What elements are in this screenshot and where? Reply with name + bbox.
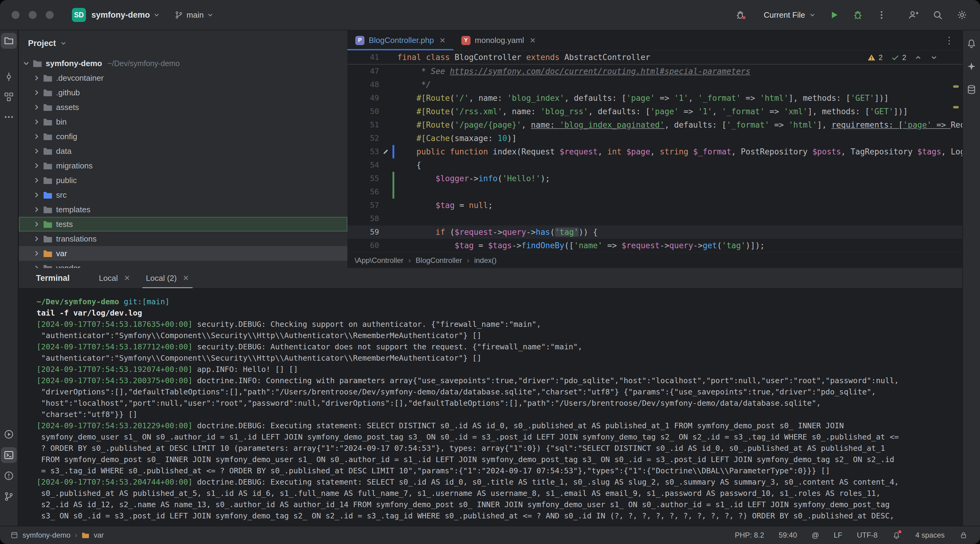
tree-item--github[interactable]: .github bbox=[19, 85, 347, 100]
status-folder[interactable]: var bbox=[94, 531, 103, 539]
tree-item-config[interactable]: config bbox=[19, 129, 347, 144]
code-line-58[interactable]: 58 bbox=[347, 212, 963, 225]
line-number[interactable]: 49 bbox=[347, 91, 379, 105]
close-icon[interactable]: ✕ bbox=[124, 274, 130, 282]
chevron-right-icon[interactable] bbox=[32, 264, 41, 268]
error-stripe-mark[interactable] bbox=[953, 85, 959, 88]
notifications-bell-icon[interactable] bbox=[892, 531, 901, 539]
line-number[interactable]: 51 bbox=[347, 118, 379, 132]
tree-item-assets[interactable]: assets bbox=[19, 100, 347, 114]
warnings-counter[interactable]: 2 bbox=[867, 53, 883, 62]
structure-icon[interactable] bbox=[1, 89, 17, 105]
chevron-down-icon[interactable] bbox=[22, 59, 30, 68]
tree-item-templates[interactable]: templates bbox=[19, 202, 347, 217]
database-icon[interactable] bbox=[964, 82, 979, 97]
debug-icon[interactable] bbox=[852, 9, 864, 21]
chevron-right-icon[interactable] bbox=[32, 162, 41, 170]
tree-item-migrations[interactable]: migrations bbox=[19, 159, 347, 173]
notifications-bell-icon[interactable] bbox=[964, 35, 979, 51]
code-with-me-icon[interactable] bbox=[907, 9, 919, 21]
code-line-59[interactable]: 59 if ($request->query->has('tag')) { bbox=[347, 225, 963, 239]
line-number[interactable]: 47 bbox=[347, 65, 379, 78]
terminal-output[interactable]: ~/Dev/symfony-demo git:[main]tail -f var… bbox=[19, 289, 963, 522]
project-switcher[interactable]: symfony-demo bbox=[86, 10, 160, 20]
project-panel-header[interactable]: Project bbox=[19, 30, 347, 56]
line-number[interactable]: 50 bbox=[347, 105, 379, 118]
run-icon[interactable] bbox=[829, 10, 839, 20]
line-number[interactable]: 53 bbox=[347, 145, 379, 159]
code-line-52[interactable]: 52 #[Cache(smaxage: 10)] bbox=[347, 132, 963, 145]
chevron-right-icon[interactable] bbox=[32, 191, 41, 199]
encoding-widget[interactable]: UTF-8 bbox=[857, 531, 878, 539]
breadcrumb-namespace[interactable]: \App\Controller bbox=[355, 256, 404, 265]
run-tool-icon[interactable] bbox=[1, 427, 17, 442]
tab-blogcontroller-php[interactable]: P BlogController.php ✕ bbox=[347, 30, 453, 50]
gear-icon[interactable] bbox=[956, 9, 968, 21]
code-line-55[interactable]: 55 $logger->info('Hello!'); bbox=[347, 172, 963, 185]
zoom-button[interactable] bbox=[46, 11, 54, 19]
error-stripe-mark[interactable] bbox=[953, 106, 959, 108]
line-number[interactable]: 52 bbox=[347, 132, 379, 145]
breadcrumb-method[interactable]: index() bbox=[474, 256, 496, 265]
more-horizontal-icon[interactable] bbox=[1, 109, 17, 125]
code-line-56[interactable]: 56 bbox=[347, 185, 963, 198]
tab-monolog-yaml[interactable]: Y monolog.yaml ✕ bbox=[453, 30, 544, 50]
terminal-tab-local-2[interactable]: Local (2) ✕ bbox=[138, 268, 197, 288]
code-line-51[interactable]: 51 #[Route('/page/{page}', name: 'blog_i… bbox=[347, 118, 963, 132]
tree-item-translations[interactable]: translations bbox=[19, 232, 347, 246]
chevron-right-icon[interactable] bbox=[32, 117, 41, 126]
chevron-right-icon[interactable] bbox=[32, 147, 41, 155]
terminal-tool-window-title[interactable]: Terminal bbox=[36, 274, 70, 283]
tree-item-symfony-demo[interactable]: symfony-demo~/Dev/symfony-demo bbox=[19, 56, 347, 71]
close-icon[interactable]: ✕ bbox=[183, 274, 189, 282]
line-number[interactable]: 56 bbox=[347, 185, 379, 198]
commit-icon[interactable] bbox=[1, 69, 17, 85]
tree-item--devcontainer[interactable]: .devcontainer bbox=[19, 71, 347, 85]
line-number[interactable]: 57 bbox=[347, 198, 379, 212]
tree-item-data[interactable]: data bbox=[19, 144, 347, 159]
tree-item-var[interactable]: var bbox=[19, 246, 347, 261]
terminal-icon[interactable] bbox=[1, 447, 17, 463]
chevron-right-icon[interactable] bbox=[32, 205, 41, 214]
caret-position-widget[interactable]: 59:40 bbox=[779, 531, 797, 539]
more-vertical-icon[interactable]: ⋮ bbox=[945, 35, 955, 46]
breadcrumb-class[interactable]: BlogController bbox=[416, 256, 462, 265]
code-line-60[interactable]: 60 $tag = $tags->findOneBy(['name' => $r… bbox=[347, 239, 963, 252]
line-number[interactable]: 59 bbox=[347, 225, 379, 239]
line-number[interactable]: 48 bbox=[347, 78, 379, 91]
line-number[interactable]: 54 bbox=[347, 159, 379, 172]
chevron-right-icon[interactable] bbox=[32, 132, 41, 141]
chevron-right-icon[interactable] bbox=[32, 176, 41, 185]
chevron-right-icon[interactable] bbox=[32, 249, 41, 258]
code-line-47[interactable]: 47 * See https://symfony.com/doc/current… bbox=[347, 65, 963, 78]
search-icon[interactable] bbox=[932, 9, 943, 21]
tree-item-public[interactable]: public bbox=[19, 173, 347, 188]
chevron-right-icon[interactable] bbox=[32, 103, 41, 111]
close-icon[interactable]: ✕ bbox=[530, 36, 536, 45]
close-button[interactable] bbox=[11, 11, 19, 19]
code-line-53[interactable]: 53 public function index(Request $reques… bbox=[347, 145, 963, 159]
chevron-right-icon[interactable] bbox=[32, 220, 41, 228]
branch-selector[interactable]: main bbox=[174, 10, 214, 20]
php-version-widget[interactable]: PHP: 8.2 bbox=[735, 531, 764, 539]
code-line-49[interactable]: 49 #[Route('/', name: 'blog_index', defa… bbox=[347, 91, 963, 105]
tree-item-bin[interactable]: bin bbox=[19, 114, 347, 129]
chevron-right-icon[interactable] bbox=[32, 88, 41, 97]
line-separator-widget[interactable]: LF bbox=[834, 531, 842, 539]
ai-assistant-icon[interactable] bbox=[964, 59, 979, 75]
run-configuration-selector[interactable]: Current File bbox=[764, 10, 816, 20]
code-line-57[interactable]: 57 $tag = null; bbox=[347, 198, 963, 212]
status-project[interactable]: symfony-demo bbox=[22, 531, 70, 539]
close-icon[interactable]: ✕ bbox=[439, 36, 445, 45]
chevron-down-icon[interactable] bbox=[930, 54, 938, 62]
chevron-up-icon[interactable] bbox=[914, 54, 922, 62]
code-line-54[interactable]: 54 { bbox=[347, 159, 963, 172]
debug-listener-off-icon[interactable] bbox=[735, 9, 746, 21]
line-number[interactable]: 55 bbox=[347, 172, 379, 185]
version-control-icon[interactable] bbox=[1, 488, 17, 504]
project-folder-icon[interactable] bbox=[1, 33, 17, 49]
code-line-48[interactable]: 48 */ bbox=[347, 78, 963, 91]
code-line-50[interactable]: 50 #[Route('/rss.xml', name: 'blog_rss',… bbox=[347, 105, 963, 118]
problems-icon[interactable] bbox=[1, 468, 17, 484]
chevron-right-icon[interactable] bbox=[32, 74, 41, 82]
